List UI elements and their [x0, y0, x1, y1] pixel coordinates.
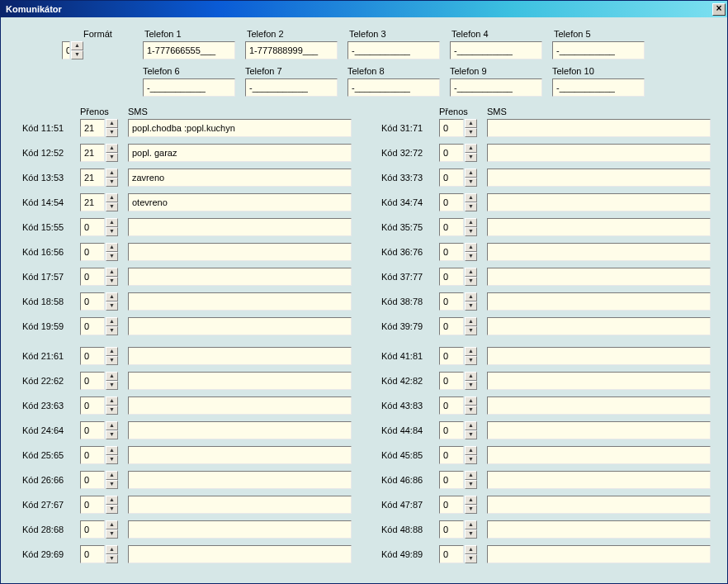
prenos-input[interactable]: 0 — [439, 119, 464, 137]
spin-up-icon[interactable]: ▲ — [465, 471, 477, 480]
spin-down-icon[interactable]: ▼ — [106, 480, 118, 489]
spin-down-icon[interactable]: ▼ — [465, 227, 477, 236]
sms-input[interactable] — [128, 292, 352, 311]
spin-down-icon[interactable]: ▼ — [106, 406, 118, 415]
spin-up-icon[interactable]: ▲ — [465, 496, 477, 505]
sms-input[interactable] — [487, 421, 711, 439]
spin-down-icon[interactable]: ▼ — [106, 301, 118, 311]
prenos-input[interactable]: 0 — [80, 496, 105, 514]
prenos-input[interactable]: 0 — [439, 144, 464, 162]
prenos-input[interactable]: 0 — [439, 545, 464, 563]
spin-up-icon[interactable]: ▲ — [106, 520, 118, 529]
prenos-input[interactable]: 0 — [439, 421, 464, 439]
prenos-input[interactable]: 0 — [439, 446, 464, 464]
phone-input-1[interactable]: 1-777666555___ — [143, 41, 235, 59]
prenos-input[interactable]: 0 — [439, 471, 464, 489]
prenos-input[interactable]: 0 — [439, 292, 464, 311]
spin-up-icon[interactable]: ▲ — [465, 144, 477, 153]
spin-up-icon[interactable]: ▲ — [106, 193, 118, 202]
spin-down-icon[interactable]: ▼ — [465, 178, 477, 187]
spin-down-icon[interactable]: ▼ — [106, 430, 118, 439]
sms-input[interactable] — [128, 243, 352, 261]
spin-down-icon[interactable]: ▼ — [465, 381, 477, 390]
spin-up-icon[interactable]: ▲ — [106, 421, 118, 430]
phone-input-6[interactable]: -___________ — [143, 78, 235, 97]
sms-input[interactable] — [487, 347, 711, 365]
sms-input[interactable]: zavreno — [128, 169, 352, 187]
prenos-input[interactable]: 0 — [80, 421, 105, 439]
spin-up-icon[interactable]: ▲ — [465, 545, 477, 554]
prenos-input[interactable]: 0 — [439, 169, 464, 187]
prenos-input[interactable]: 0 — [80, 347, 105, 365]
prenos-input[interactable]: 0 — [80, 218, 105, 236]
spin-down-icon[interactable]: ▼ — [106, 178, 118, 187]
spin-down-icon[interactable]: ▼ — [465, 252, 477, 261]
spin-down-icon[interactable]: ▼ — [106, 326, 118, 335]
spin-down-icon[interactable]: ▼ — [465, 277, 477, 286]
spin-up-icon[interactable]: ▲ — [465, 347, 477, 356]
spin-up-icon[interactable]: ▲ — [465, 421, 477, 430]
spin-down-icon[interactable]: ▼ — [106, 455, 118, 464]
sms-input[interactable] — [487, 545, 711, 563]
spin-up-icon[interactable]: ▲ — [106, 471, 118, 480]
spin-up-icon[interactable]: ▲ — [465, 446, 477, 455]
spin-down-icon[interactable]: ▼ — [465, 153, 477, 162]
spin-down-icon[interactable]: ▼ — [465, 554, 477, 563]
prenos-input[interactable]: 0 — [439, 396, 464, 415]
phone-input-4[interactable]: -___________ — [450, 41, 542, 59]
close-button[interactable]: × — [712, 3, 726, 16]
prenos-input[interactable]: 0 — [439, 372, 464, 390]
prenos-input[interactable]: 0 — [80, 317, 105, 335]
prenos-input[interactable]: 0 — [80, 471, 105, 489]
spin-up-icon[interactable]: ▲ — [106, 317, 118, 326]
spin-down-icon[interactable]: ▼ — [465, 301, 477, 311]
spin-up-icon[interactable]: ▲ — [465, 169, 477, 178]
spin-down-icon[interactable]: ▼ — [106, 505, 118, 514]
prenos-input[interactable]: 0 — [80, 520, 105, 539]
sms-input[interactable] — [487, 243, 711, 261]
spin-up-icon[interactable]: ▲ — [465, 292, 477, 301]
spin-down-icon[interactable]: ▼ — [465, 430, 477, 439]
sms-input[interactable] — [128, 268, 352, 286]
spin-down-icon[interactable]: ▼ — [106, 128, 118, 137]
sms-input[interactable] — [128, 347, 352, 365]
spin-up-icon[interactable]: ▲ — [465, 520, 477, 529]
prenos-input[interactable]: 0 — [80, 446, 105, 464]
spin-up-icon[interactable]: ▲ — [465, 243, 477, 252]
spin-down-icon[interactable]: ▼ — [106, 153, 118, 162]
prenos-input[interactable]: 21 — [80, 169, 105, 187]
spin-up-icon[interactable]: ▲ — [106, 243, 118, 252]
sms-input[interactable] — [487, 496, 711, 514]
spin-up-icon[interactable]: ▲ — [106, 218, 118, 227]
spin-down-icon[interactable]: ▼ — [465, 505, 477, 514]
sms-input[interactable] — [487, 292, 711, 311]
phone-input-7[interactable]: -___________ — [245, 78, 338, 97]
prenos-input[interactable]: 0 — [439, 268, 464, 286]
spin-down-icon[interactable]: ▼ — [465, 356, 477, 365]
prenos-input[interactable]: 0 — [439, 520, 464, 539]
spin-down-icon[interactable]: ▼ — [465, 455, 477, 464]
sms-input[interactable] — [128, 421, 352, 439]
spin-down-icon[interactable]: ▼ — [465, 202, 477, 211]
spin-down-icon[interactable]: ▼ — [106, 356, 118, 365]
spin-down-icon[interactable]: ▼ — [465, 128, 477, 137]
phone-input-9[interactable]: -___________ — [450, 78, 542, 97]
sms-input[interactable] — [128, 396, 352, 415]
sms-input[interactable] — [128, 446, 352, 464]
sms-input[interactable] — [487, 119, 711, 137]
sms-input[interactable] — [487, 193, 711, 211]
phone-input-2[interactable]: 1-777888999___ — [245, 41, 338, 59]
spin-up-icon[interactable]: ▲ — [106, 545, 118, 554]
phone-input-8[interactable]: -___________ — [347, 78, 440, 97]
phone-input-3[interactable]: -___________ — [347, 41, 440, 59]
prenos-input[interactable]: 0 — [439, 243, 464, 261]
prenos-input[interactable]: 0 — [439, 317, 464, 335]
spin-up-icon[interactable]: ▲ — [106, 169, 118, 178]
spin-down-icon[interactable]: ▼ — [106, 529, 118, 539]
sms-input[interactable] — [487, 396, 711, 415]
prenos-input[interactable]: 0 — [80, 243, 105, 261]
spin-up-icon[interactable]: ▲ — [106, 119, 118, 128]
prenos-input[interactable]: 0 — [80, 372, 105, 390]
sms-input[interactable] — [128, 218, 352, 236]
spin-up-icon[interactable]: ▲ — [465, 396, 477, 406]
